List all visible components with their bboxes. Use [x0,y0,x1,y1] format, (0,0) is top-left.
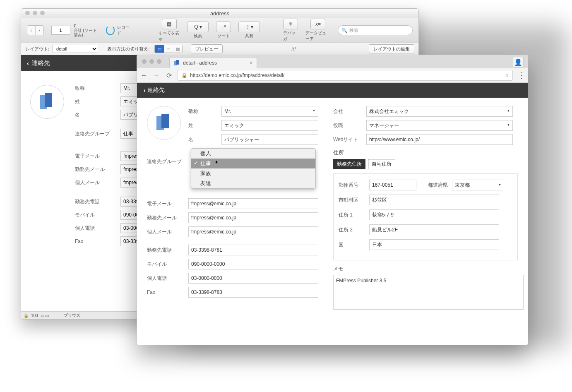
url-input[interactable]: 🔒 https://demo.emic.co.jp/fmp/address/de… [178,70,513,81]
reload-icon[interactable]: ⟳ [165,72,173,79]
role-select[interactable] [366,120,513,131]
share-button[interactable]: ⇪ ▾ 共有 [238,22,260,39]
city-label: 市町村区 [339,197,365,204]
website-input[interactable] [366,134,513,145]
mobile-label: モバイル [147,261,188,268]
preview-button[interactable]: プレビュー [191,44,223,53]
fax-input[interactable] [188,287,318,298]
dataviewer-icon: x= [310,19,325,29]
personalphone-label: 個人電話 [75,225,120,232]
tab-title: detail - address [183,60,217,66]
personalmail-input[interactable] [188,226,318,237]
table-view-icon[interactable]: ▦ [173,45,182,53]
personalphone-input[interactable] [188,273,318,284]
personalphone-label: 個人電話 [147,275,188,282]
magnifier-icon: Q ▾ [187,22,209,32]
email-label: 電子メール [75,153,120,160]
country-input[interactable] [369,239,499,250]
pref-select[interactable] [452,180,503,190]
workphone-input[interactable] [188,245,318,255]
group-dropdown[interactable]: 個人 仕事 ✦ 家族 友達 [191,148,316,189]
first-label: 名 [75,111,120,118]
close-tab-icon[interactable]: × [250,60,252,66]
workmail-label: 勤務先メール [75,166,120,173]
showall-button[interactable]: ▤ すべてを表示 [159,19,180,42]
page-body: 敬称 姓 名 連絡先グループ 個人 仕事 ✦ 家族 [137,98,528,342]
browser-tab[interactable]: detail - address × [169,57,257,68]
company-logo-icon [156,114,171,132]
sort-button[interactable]: ↓ª ソート [216,22,231,39]
memo-label: メモ [333,265,518,272]
current-record-input[interactable] [51,26,70,35]
record-sorted: 合計 (ソート済み) [74,28,99,37]
group-option[interactable]: 個人 [191,149,315,159]
company-select[interactable] [366,106,513,117]
first-label: 名 [188,136,221,143]
city-input[interactable] [369,195,499,205]
back-chevron-icon[interactable]: ‹ [27,60,29,67]
sort-icon: ↓ª [216,22,231,32]
layout-select[interactable]: detail [53,45,98,53]
bookmark-star-icon[interactable]: ☆ [505,72,509,78]
group-option-selected[interactable]: 仕事 ✦ [191,159,315,168]
address-panel: 郵便番号 都道府県 市町村区 住所 1 住所 2 国 [333,173,518,260]
record-total: 7 [74,24,99,28]
url-text: https://demo.emic.co.jp/fmp/address/deta… [190,72,284,78]
window-title: address [210,10,229,17]
tab-work-address[interactable]: 勤務先住所 [333,159,365,169]
personalmail-label: 個人メール [75,179,120,186]
email-input[interactable] [188,198,318,209]
search-icon: 🔍 [341,28,347,33]
back-chevron-icon[interactable]: ‹ [144,87,146,94]
fax-label: Fax [75,238,120,244]
record-counter: 7 合計 (ソート済み) [51,24,99,37]
address-section-label: 住所 [333,149,518,156]
workmail-input[interactable] [188,212,318,223]
honorific-label: 敬称 [75,85,120,92]
edit-layout-button[interactable]: レイアウトの編集 [369,44,414,53]
website-label: Webサイト [333,136,366,143]
group-label: 連絡先グループ [147,156,188,165]
prev-record-icon[interactable]: ‹ [27,26,35,35]
search-button[interactable]: Q ▾ 検索 [187,22,209,39]
postal-input[interactable] [369,180,416,190]
addr1-label: 住所 1 [339,212,365,219]
profile-avatar-icon[interactable]: 👤 [513,57,524,67]
debugger-button[interactable]: ✳ デバッガ [283,19,298,42]
stack-icon: ▤ [162,19,177,29]
page-title: 連絡先 [31,59,50,67]
mobile-input[interactable] [188,259,318,269]
record-nav[interactable]: ‹ › [27,25,44,35]
next-record-icon[interactable]: › [35,26,43,35]
first-input[interactable] [221,134,318,145]
toolbar-search-input[interactable]: 🔍 検索 [338,25,413,35]
browser-menu-icon[interactable]: ⋮ [518,71,524,80]
format-painter-icon[interactable]: Aª [291,46,296,52]
cursor-icon: ✦ [214,159,219,165]
tab-home-address[interactable]: 自宅住所 [368,159,395,169]
last-input[interactable] [221,120,318,131]
form-view-icon[interactable]: ▭ [155,45,164,53]
page-footer: FMPressPublisher [137,342,528,345]
group-option[interactable]: 友達 [191,178,315,188]
dataviewer-button[interactable]: x= データビューア [305,19,330,42]
favicon-icon [174,60,180,66]
company-logo-icon [40,93,55,111]
group-option[interactable]: 家族 [191,168,315,178]
addr1-input[interactable] [369,209,499,220]
layout-label: レイアウト: [25,46,49,52]
fm-formatbar: レイアウト: detail 表示方法の切り替え: ▭ ≡ ▦ プレビュー Aª … [21,43,418,55]
personalmail-label: 個人メール [147,228,188,236]
memo-input[interactable] [333,275,524,310]
last-label: 姓 [75,98,120,105]
browser-traffic-lights[interactable] [142,59,161,64]
view-switcher[interactable]: ▭ ≡ ▦ [154,45,183,53]
forward-icon[interactable]: → [153,72,160,79]
list-view-icon[interactable]: ≡ [164,45,173,53]
memo-section: メモ [333,265,518,311]
addr2-input[interactable] [369,224,499,235]
traffic-lights[interactable] [25,11,45,15]
back-icon[interactable]: ← [140,72,148,79]
honorific-select[interactable] [221,106,318,117]
zoom-controls-icon[interactable]: ▭ ▭ [41,313,49,318]
